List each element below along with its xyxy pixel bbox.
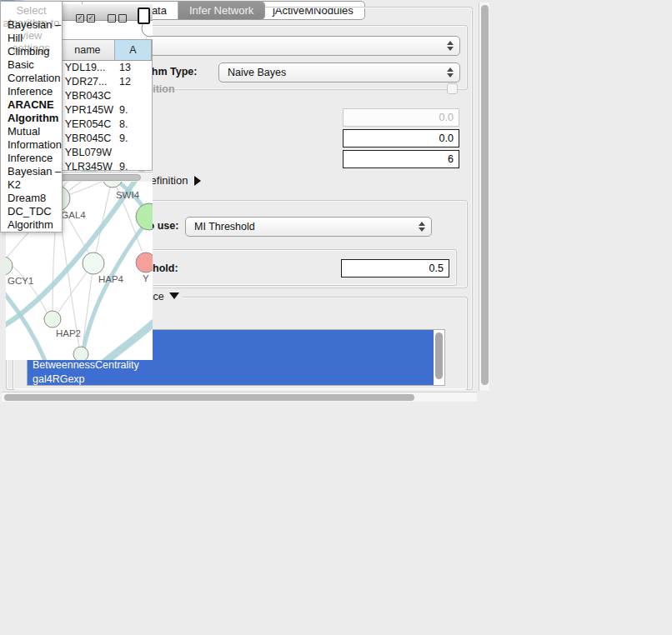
attributes-scrollbar[interactable]: [435, 332, 443, 384]
scrollbar-thumb[interactable]: [435, 332, 443, 379]
deselect-all-checkboxes-icon[interactable]: [108, 14, 127, 22]
which-threshold-value: MI Threshold: [194, 221, 255, 232]
network-node[interactable]: [73, 347, 88, 360]
network-node-hap4[interactable]: [83, 252, 104, 274]
algorithm-popup-prompt: Select algorithm to view settings: [1, 2, 62, 18]
network-node-hap2[interactable]: [44, 311, 61, 328]
table-cell[interactable]: YBL079W: [61, 146, 115, 160]
which-threshold-combobox[interactable]: MI Threshold: [185, 217, 432, 237]
data-attribute-item[interactable]: BetweennessCentrality: [28, 358, 434, 372]
control-panel-window: Control Panel ✖ NetworkStyleSelectCyni T…: [0, 0, 1, 2]
mi-threshold-field[interactable]: [341, 259, 449, 278]
table-cell[interactable]: 8.: [115, 118, 152, 132]
table-cell[interactable]: YDL19...: [61, 61, 115, 75]
network-node-gcy1[interactable]: [6, 257, 13, 275]
network-node-label: HAP2: [56, 328, 81, 338]
algorithm-option[interactable]: ARACNE Algorithm: [1, 98, 62, 125]
kernel-width-field[interactable]: [343, 108, 459, 127]
table-cell[interactable]: YLR345W: [61, 160, 115, 171]
algorithm-option[interactable]: Dream8 DC_TDC Algorithm: [1, 192, 62, 232]
tab-infer-network[interactable]: Infer Network: [178, 2, 264, 19]
algorithm-dropdown-popup: Select algorithm to view settings Bayesi…: [0, 1, 63, 232]
mi-steps-field[interactable]: [343, 150, 459, 168]
algorithm-option[interactable]: Basic Correlation Inference: [1, 58, 62, 98]
manual-kernel-width-checkbox[interactable]: [447, 83, 458, 94]
table-cell[interactable]: 13: [115, 61, 152, 75]
table-cell[interactable]: 9.: [115, 132, 152, 146]
settings-horizontal-scrollbar[interactable]: [2, 392, 477, 402]
table-cell[interactable]: YDR27...: [61, 75, 115, 89]
mi-algorithm-type-combobox[interactable]: Naive Bayes: [218, 62, 460, 82]
stepper-arrows-icon: [447, 41, 454, 51]
column-header[interactable]: name: [61, 40, 115, 60]
select-all-checkboxes-icon[interactable]: ✓✓: [76, 14, 95, 22]
table-cell[interactable]: [115, 146, 152, 160]
table-cell[interactable]: YER054C: [61, 118, 115, 132]
table-cell[interactable]: YPR145W: [61, 103, 115, 118]
expanded-arrow-icon: [169, 292, 179, 299]
table-cell[interactable]: 12: [115, 75, 152, 89]
settings-vertical-scrollbar[interactable]: [479, 2, 489, 391]
stepper-arrows-icon: [419, 222, 425, 232]
scrollbar-thumb[interactable]: [4, 394, 414, 401]
scrollbar-thumb[interactable]: [481, 5, 489, 385]
stepper-arrows-icon: [447, 68, 454, 78]
data-attribute-item[interactable]: gal4RGexp: [28, 372, 434, 386]
column-header[interactable]: A: [115, 40, 152, 60]
collapsed-arrow-icon: [194, 176, 201, 186]
network-node-label: HAP4: [98, 274, 124, 284]
new-table-icon[interactable]: [138, 8, 150, 24]
table-cell[interactable]: 9.: [115, 160, 152, 171]
mi-algorithm-type-value: Naive Bayes: [228, 67, 286, 78]
algorithm-popup-list: Bayesian – Hill ClimbingBasic Correlatio…: [1, 18, 62, 232]
table-cell[interactable]: [115, 89, 152, 103]
network-node-label: GCY1: [8, 276, 33, 286]
network-edge-highlighted[interactable]: [104, 321, 153, 360]
table-cell[interactable]: 9.: [115, 103, 152, 118]
algorithm-option[interactable]: Bayesian – K2: [1, 165, 62, 192]
network-node[interactable]: [136, 203, 153, 230]
dpi-tolerance-field[interactable]: [343, 129, 459, 148]
network-node-label: GAL4: [61, 210, 86, 220]
network-node-label: SWI4: [116, 190, 140, 200]
table-cell[interactable]: YBR043C: [61, 89, 115, 103]
network-node-y[interactable]: [136, 252, 153, 272]
table-cell[interactable]: YBR045C: [61, 132, 115, 146]
algorithm-option[interactable]: Mutual Information Inference: [1, 125, 62, 165]
network-node-label: Y: [143, 273, 149, 283]
